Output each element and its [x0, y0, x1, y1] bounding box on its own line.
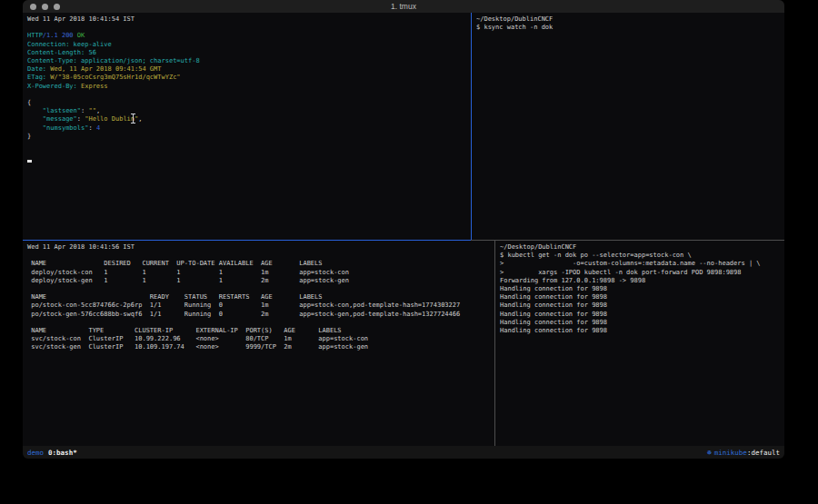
terminal-line: "lastseen": "",: [27, 107, 466, 115]
terminal-line: Wed 11 Apr 2018 10:41:56 IST: [27, 243, 490, 252]
terminal-line: [27, 157, 466, 165]
terminal-line: X-Powered-By: Express: [27, 83, 466, 91]
pane-kubectl-resources[interactable]: Wed 11 Apr 2018 10:41:56 IST NAME DESIRE…: [23, 241, 494, 446]
terminal-line: Content-Length: 56: [27, 49, 466, 57]
window-titlebar[interactable]: 1. tmux: [23, 0, 784, 13]
terminal-line: Date: Wed, 11 Apr 2018 09:41:54 GMT: [27, 65, 466, 74]
pane-http-response[interactable]: Wed 11 Apr 2018 10:41:54 IST HTTP/1.1 20…: [23, 13, 471, 240]
tmux-status-bar: demo 0:bash* ☸ minikube :default: [23, 446, 784, 459]
terminal-line: po/stock-gen-576cc688bb-swqf6 1/1 Runnin…: [27, 311, 490, 319]
terminal-window: 1. tmux Wed 11 Apr 2018 10:41:54 IST HTT…: [23, 0, 784, 459]
mouse-ibeam-cursor: [131, 114, 135, 124]
terminal-line: "message": "Hello Dublin",: [27, 115, 466, 124]
terminal-line: HTTP/1.1 200 OK: [27, 32, 466, 40]
terminal-line: Content-Type: application/json; charset=…: [27, 57, 466, 65]
terminal-line: svc/stock-con ClusterIP 10.99.222.96 <no…: [27, 335, 490, 343]
terminal-line: [27, 24, 466, 32]
terminal-line: $ kubectl get -n dok po --selector=app=s…: [500, 252, 780, 260]
terminal-line: deploy/stock-con 1 1 1 1 1m app=stock-co…: [27, 269, 490, 277]
session-name: demo: [27, 449, 44, 457]
terminal-line: Wed 11 Apr 2018 10:41:54 IST: [27, 15, 466, 24]
terminal-line: [27, 91, 466, 99]
terminal-line: Handling connection for 9898: [500, 327, 780, 335]
terminal-line: ~/Desktop/DublinCNCF: [476, 15, 780, 24]
pane-ksync-watch[interactable]: ~/Desktop/DublinCNCF$ ksync watch -n dok: [472, 13, 784, 240]
pane-divider-vertical-top[interactable]: [471, 13, 472, 240]
terminal-line: Connection: keep-alive: [27, 41, 466, 49]
pane-divider-horizontal-right[interactable]: [471, 240, 784, 241]
terminal-line: po/stock-con-5cc874766c-2p6rp 1/1 Runnin…: [27, 301, 490, 310]
pane-divider-horizontal-left[interactable]: [23, 240, 471, 241]
minimize-button[interactable]: [42, 4, 48, 10]
terminal-line: Handling connection for 9898: [500, 319, 780, 327]
kubernetes-wheel-icon: ☸: [707, 449, 712, 457]
terminal-line: svc/stock-gen ClusterIP 10.109.197.74 <n…: [27, 343, 490, 351]
tmux-terminal: Wed 11 Apr 2018 10:41:54 IST HTTP/1.1 20…: [23, 13, 784, 446]
terminal-line: ETag: W/"38-05coCsrg3mQ75sHr1d/qcWTwYZc": [27, 74, 466, 82]
terminal-line: $ ksync watch -n dok: [476, 24, 780, 32]
kube-namespace: :default: [747, 449, 780, 457]
terminal-line: {: [27, 99, 466, 107]
pane-kubectl-port-forward[interactable]: ~/Desktop/DublinCNCF$ kubectl get -n dok…: [495, 241, 784, 446]
terminal-line: }: [27, 133, 466, 141]
terminal-line: Handling connection for 9898: [500, 301, 780, 310]
terminal-line: [27, 149, 466, 157]
terminal-line: NAME DESIRED CURRENT UP-TO-DATE AVAILABL…: [27, 260, 490, 268]
terminal-line: > xargs -IPOD kubectl -n dok port-forwar…: [500, 269, 780, 277]
terminal-line: Forwarding from 127.0.0.1:9898 -> 9898: [500, 277, 780, 285]
window-tab-bash[interactable]: 0:bash*: [48, 449, 77, 457]
terminal-line: Handling connection for 9898: [500, 293, 780, 301]
terminal-line: NAME TYPE CLUSTER-IP EXTERNAL-IP PORT(S)…: [27, 327, 490, 335]
terminal-line: ~/Desktop/DublinCNCF: [500, 243, 780, 252]
window-title: 1. tmux: [23, 2, 784, 11]
kube-context: minikube: [714, 449, 747, 457]
close-button[interactable]: [30, 4, 36, 10]
terminal-line: Handling connection for 9898: [500, 285, 780, 293]
terminal-line: "numsymbols": 4: [27, 124, 466, 133]
terminal-line: [27, 252, 490, 260]
terminal-line: Handling connection for 9898: [500, 311, 780, 319]
terminal-line: > -o=custom-columns=:metadata.name --no-…: [500, 260, 780, 268]
terminal-line: [27, 319, 490, 327]
terminal-line: [27, 285, 490, 293]
zoom-button[interactable]: [54, 4, 60, 10]
pane-divider-vertical-bottom[interactable]: [494, 241, 495, 446]
terminal-line: NAME READY STATUS RESTARTS AGE LABELS: [27, 293, 490, 301]
terminal-line: [27, 141, 466, 149]
traffic-lights: [30, 4, 60, 10]
status-left: demo 0:bash*: [27, 449, 77, 457]
status-right: ☸ minikube :default: [707, 449, 780, 457]
terminal-line: deploy/stock-gen 1 1 1 1 2m app=stock-ge…: [27, 277, 490, 285]
